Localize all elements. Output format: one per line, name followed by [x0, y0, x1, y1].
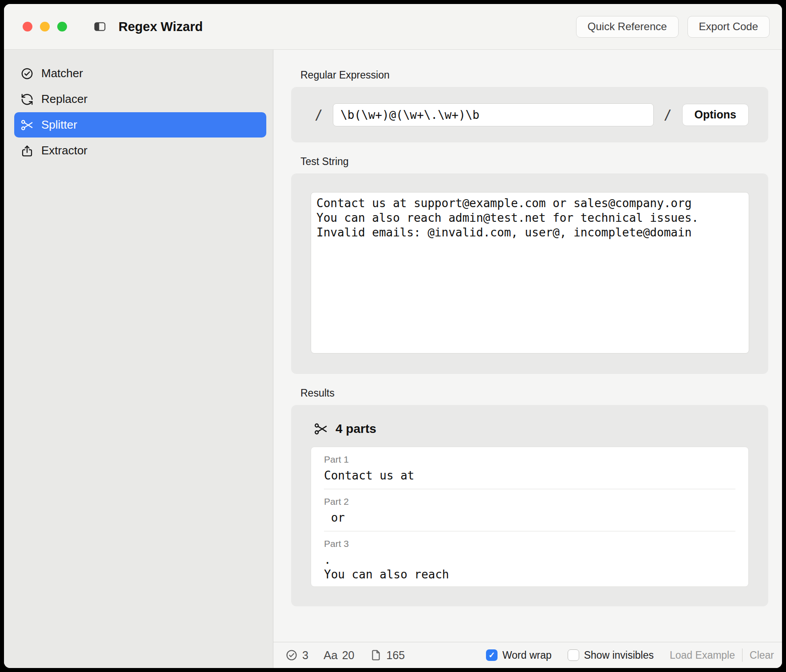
- close-button[interactable]: [23, 22, 32, 31]
- refresh-icon: [20, 93, 34, 106]
- result-part-row: Part 3 . You can also reach: [324, 531, 735, 587]
- checkbox-unchecked-icon: [568, 649, 579, 661]
- quick-reference-button[interactable]: Quick Reference: [576, 16, 679, 38]
- app-title: Regex Wizard: [118, 20, 203, 34]
- title-bar: Regex Wizard Quick Reference Export Code: [4, 4, 782, 50]
- regex-pattern-input[interactable]: [333, 103, 653, 126]
- word-wrap-checkbox[interactable]: ✓ Word wrap: [486, 649, 552, 661]
- part-value: or: [324, 511, 735, 525]
- test-string-section-label: Test String: [300, 156, 768, 168]
- sidebar-item-label: Matcher: [41, 67, 83, 80]
- sidebar: Matcher Replacer: [4, 50, 273, 668]
- show-invisibles-checkbox[interactable]: Show invisibles: [568, 649, 654, 661]
- app-window: Regex Wizard Quick Reference Export Code…: [4, 4, 782, 668]
- regex-open-delimiter: /: [315, 107, 323, 122]
- check-circle-icon: [20, 67, 34, 80]
- results-section-label: Results: [300, 387, 768, 399]
- sidebar-item-matcher[interactable]: Matcher: [14, 61, 266, 86]
- font-size-value: 20: [342, 649, 355, 662]
- checkmark-icon: ✓: [488, 651, 495, 659]
- part-label: Part 1: [324, 454, 735, 465]
- result-part-row: Part 1 Contact us at: [324, 447, 735, 489]
- test-string-section: Test String Contact us at support@exampl…: [291, 156, 768, 374]
- sidebar-item-label: Splitter: [41, 118, 77, 132]
- status-bar: 3 Aa 20 165: [273, 642, 782, 668]
- scissors-icon: [314, 422, 328, 436]
- part-label: Part 3: [324, 538, 735, 549]
- result-part-row: Part 2 or: [324, 489, 735, 531]
- match-count: 3: [302, 649, 308, 662]
- options-button[interactable]: Options: [682, 104, 749, 126]
- char-count: 165: [387, 649, 405, 662]
- regex-section-label: Regular Expression: [300, 69, 768, 81]
- test-string-panel: Contact us at support@example.com or sal…: [291, 173, 768, 374]
- sidebar-toggle-button[interactable]: [92, 20, 108, 33]
- show-invisibles-label: Show invisibles: [584, 649, 654, 661]
- sidebar-item-label: Replacer: [41, 92, 87, 106]
- results-panel: 4 parts Part 1 Contact us at Part 2 or: [291, 405, 768, 606]
- regex-section: Regular Expression / / Options: [291, 69, 768, 142]
- main-area: Regular Expression / / Options Test Stri…: [273, 50, 782, 668]
- results-summary: 4 parts: [336, 422, 376, 436]
- load-example-button[interactable]: Load Example: [670, 649, 735, 661]
- sidebar-item-label: Extractor: [41, 144, 87, 157]
- statusbar-divider: [742, 648, 743, 662]
- part-label: Part 2: [324, 496, 735, 507]
- scissors-icon: [20, 118, 34, 132]
- check-circle-icon: [285, 649, 298, 661]
- statusbar-right: ✓ Word wrap Show invisibles Load Example…: [486, 648, 774, 662]
- checkbox-checked-icon: ✓: [486, 649, 498, 661]
- clear-button[interactable]: Clear: [750, 649, 774, 661]
- test-string-editor[interactable]: Contact us at support@example.com or sal…: [311, 192, 749, 354]
- minimize-button[interactable]: [40, 22, 50, 31]
- results-list: Part 1 Contact us at Part 2 or Part 3 . …: [311, 447, 749, 587]
- sidebar-item-extractor[interactable]: Extractor: [14, 138, 266, 163]
- regex-close-delimiter: /: [664, 107, 672, 122]
- word-wrap-label: Word wrap: [502, 649, 552, 661]
- font-size-icon: Aa: [324, 648, 338, 662]
- sidebar-item-splitter[interactable]: Splitter: [14, 112, 266, 138]
- regex-panel: / / Options: [291, 87, 768, 142]
- part-value: . You can also reach: [324, 553, 735, 582]
- share-icon: [20, 144, 34, 157]
- results-section: Results 4 parts: [291, 387, 768, 606]
- sidebar-item-replacer[interactable]: Replacer: [14, 86, 266, 112]
- content-area: Matcher Replacer: [4, 50, 782, 668]
- main-scroll: Regular Expression / / Options Test Stri…: [273, 50, 782, 642]
- font-size-control[interactable]: Aa 20: [324, 648, 355, 662]
- match-count-indicator: 3: [285, 649, 308, 662]
- results-header: 4 parts: [314, 422, 749, 436]
- window-controls: [23, 22, 67, 31]
- zoom-button[interactable]: [57, 22, 67, 31]
- char-count-indicator: 165: [370, 649, 405, 662]
- document-icon: [370, 649, 382, 661]
- part-value: Contact us at: [324, 468, 735, 483]
- export-code-button[interactable]: Export Code: [687, 16, 770, 38]
- sidebar-toggle-icon: [92, 20, 108, 33]
